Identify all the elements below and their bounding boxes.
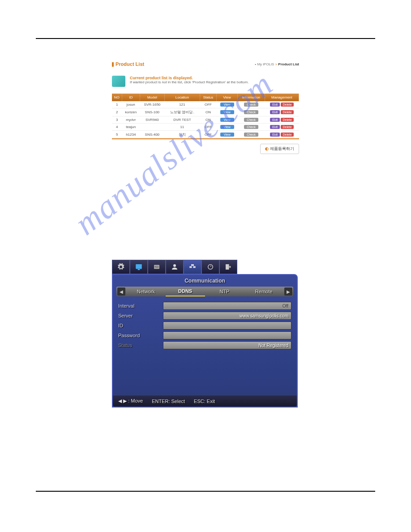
table-header: Location (164, 94, 200, 101)
table-row: 4teajun11OFFViewCheckEidt Delete (112, 124, 299, 131)
subtab-ntp[interactable]: NTP (205, 287, 244, 296)
interval-label: Interval (118, 303, 163, 309)
product-list-title: Product List (112, 61, 144, 67)
product-list-panel: Product List • My iPOLiS > Product List … (112, 61, 299, 154)
tab-user-icon[interactable] (166, 260, 184, 274)
check-button[interactable]: Check (244, 110, 258, 114)
server-field[interactable]: www.samsungipolis.com (163, 312, 291, 320)
tab-exit-icon[interactable] (219, 260, 237, 274)
tab-hdd-icon[interactable]: HDD (148, 260, 166, 274)
footer-select-hint: ENTER: Select (152, 399, 185, 404)
password-label: Password (118, 333, 163, 338)
table-header: ID (122, 94, 140, 101)
tab-network-icon[interactable] (184, 260, 201, 274)
check-button[interactable]: Check (244, 103, 258, 107)
info-headline: Current product list is displayed. (130, 76, 248, 80)
book-icon (112, 76, 125, 87)
status-label: Status (118, 343, 163, 348)
product-register-button[interactable]: ◐ 제품등록하기 (260, 144, 299, 154)
svg-text:HDD: HDD (154, 266, 159, 268)
svg-point-4 (173, 264, 176, 267)
table-row: 1josunSVR-1650121OFFViewCheckEidt Delete (112, 101, 299, 108)
table-header: NO (112, 94, 122, 101)
tab-display-icon[interactable] (130, 260, 148, 274)
product-table: NOIDModelLocationStatusViewInformationMa… (112, 94, 299, 139)
svg-rect-0 (136, 264, 142, 269)
view-button[interactable]: View (220, 110, 234, 114)
svg-rect-7 (191, 264, 194, 266)
password-field[interactable] (163, 331, 291, 339)
view-button[interactable]: View (220, 103, 234, 107)
id-field[interactable] (163, 322, 291, 330)
subtab-remote[interactable]: Remote (244, 287, 283, 296)
tab-system-icon[interactable] (112, 260, 130, 274)
info-subtext: If wanted product is not in the list, cl… (130, 80, 248, 84)
subtab-next-button[interactable]: ▶ (284, 287, 292, 296)
svg-rect-5 (189, 266, 192, 268)
server-label: Server (118, 313, 163, 318)
check-button[interactable]: Check (244, 133, 258, 137)
table-header: Model (140, 94, 164, 101)
view-button[interactable]: View (220, 118, 234, 122)
delete-button[interactable]: Delete (281, 133, 293, 137)
footer-move-hint: ◀ ▶ : Move (118, 398, 143, 404)
interval-field[interactable]: Off (163, 302, 291, 310)
delete-button[interactable]: Delete (281, 103, 293, 107)
status-field: Not Registered (163, 341, 291, 349)
table-header: Status (200, 94, 216, 101)
footer-exit-hint: ESC: Exit (194, 399, 215, 404)
subtab-network[interactable]: Network (126, 287, 166, 296)
subtab-prev-button[interactable]: ◀ (117, 287, 125, 296)
table-header: View (217, 94, 238, 101)
table-row: 3mydvrSVR940DVR TESTONViewCheckEidt Dele… (112, 116, 299, 124)
view-button[interactable]: View (220, 125, 234, 129)
table-row: 5h1234SNS-400위치OFFViewCheckEidt Delete (112, 131, 299, 139)
check-button[interactable]: Check (244, 118, 258, 122)
dvr-settings-panel: HDD Communication ◀ Network DDNS NTP Rem… (112, 260, 298, 408)
edit-button[interactable]: Eidt (270, 103, 280, 107)
tab-record-icon[interactable] (201, 260, 219, 274)
edit-button[interactable]: Eidt (270, 110, 280, 114)
svg-rect-6 (193, 266, 196, 268)
edit-button[interactable]: Eidt (270, 118, 280, 122)
view-button[interactable]: View (220, 133, 234, 137)
svg-rect-1 (138, 269, 140, 270)
delete-button[interactable]: Delete (281, 110, 293, 114)
breadcrumb: • My iPOLiS > Product List (255, 62, 299, 66)
delete-button[interactable]: Delete (281, 118, 293, 122)
id-label: ID (118, 323, 163, 328)
dvr-title: Communication (113, 275, 297, 287)
edit-button[interactable]: Eidt (270, 125, 280, 129)
edit-button[interactable]: Eidt (270, 133, 280, 137)
table-row: 2korizenSNS-100노보텔 앰버당..ONViewCheckEidt … (112, 108, 299, 116)
table-header: Information (238, 94, 265, 101)
check-button[interactable]: Check (244, 125, 258, 129)
table-header: Management (265, 94, 299, 101)
subtab-ddns[interactable]: DDNS (166, 287, 205, 296)
delete-button[interactable]: Delete (281, 125, 293, 129)
